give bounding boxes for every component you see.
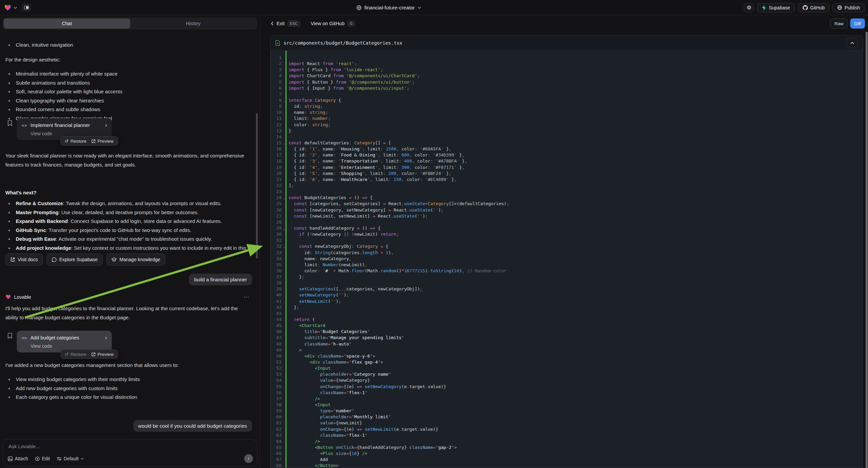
code-line: 46 title="Budget Categories" xyxy=(271,329,863,335)
line-number: 16 xyxy=(271,146,282,152)
line-number: 42 xyxy=(271,304,282,311)
line-number: 59 xyxy=(271,408,282,414)
code-line: 51 <div className="flex gap-4"> xyxy=(271,359,863,365)
code-line: 29⌄ const handleAddCategory = () => { xyxy=(271,225,863,231)
chat-composer[interactable]: Ask Lovable... Attach Edit xyxy=(3,439,257,467)
list-item: Expand with Backend: Connect Supabase to… xyxy=(5,217,250,226)
model-selector[interactable]: Default xyxy=(57,456,84,461)
sidebar-panel-icon xyxy=(24,6,29,9)
view-code-link[interactable]: View code xyxy=(31,344,107,349)
code-line: 63 className="flex-1" xyxy=(271,432,863,438)
target-icon xyxy=(35,456,40,461)
whats-next-heading: What's next? xyxy=(5,188,250,197)
bookmark-icon[interactable] xyxy=(7,333,12,339)
publish-button[interactable]: Publish xyxy=(832,3,865,12)
collapse-file-button[interactable] xyxy=(846,38,858,48)
bookmark-icon[interactable] xyxy=(7,120,12,126)
chevron-right-icon[interactable]: › xyxy=(105,334,107,341)
code-viewer-header: Exit ESC View on GitHub G Raw Diff xyxy=(260,15,868,32)
tab-chat[interactable]: Chat xyxy=(4,19,130,29)
line-number: 9 xyxy=(271,104,282,110)
raw-toggle-button[interactable]: Raw xyxy=(830,19,848,29)
chevron-right-icon[interactable]: › xyxy=(105,122,107,128)
manage-knowledge-button[interactable]: Manage knowledge xyxy=(106,254,165,266)
view-code-link[interactable]: View code xyxy=(31,131,107,136)
code-line: 24⌄const BudgetCategories = () => { xyxy=(271,195,863,201)
line-number: 14 xyxy=(271,134,282,140)
message-menu-button[interactable]: ⋯ xyxy=(244,294,250,300)
code-line: 49 > xyxy=(271,347,863,353)
design-bullet-list: Minimalist interface with plenty of whit… xyxy=(5,69,250,123)
preview-button[interactable]: Preview xyxy=(91,352,114,357)
line-number: 48 xyxy=(271,341,282,347)
code-line: 6import { Input } from '@/components/ui/… xyxy=(271,85,863,91)
line-number: 37 xyxy=(271,274,282,280)
settings-button[interactable]: ⚙ xyxy=(744,3,754,12)
code-line: 34 name: newCategory, xyxy=(271,256,863,262)
restore-button-disabled[interactable]: ↺Restore xyxy=(65,351,87,357)
code-line: 48 className="h-auto" xyxy=(271,341,863,347)
app-window: financial-future-creator ⚙ Supabase GitH… xyxy=(0,0,868,468)
restore-button[interactable]: ↺Restore xyxy=(65,138,87,144)
view-on-github-button[interactable]: View on GitHub xyxy=(311,21,344,26)
github-button[interactable]: GitHub xyxy=(798,3,830,12)
code-line: 38 xyxy=(271,280,863,286)
assistant-paragraph-1: Your sleek financial planner is now read… xyxy=(5,151,250,169)
code-line: 9 id: string; xyxy=(271,104,863,110)
line-number: 58 xyxy=(271,402,282,408)
diff-toggle-button[interactable]: Diff xyxy=(850,19,865,29)
explore-supabase-button[interactable]: Explore Supabase xyxy=(46,254,103,266)
image-attach-icon xyxy=(8,456,13,461)
code-line: 2import React from 'react'; xyxy=(271,61,863,67)
window-scrollbar[interactable] xyxy=(866,32,868,468)
line-number: 18 xyxy=(271,158,282,164)
code-line: 17 { id: '2', name: 'Food & Dining', lim… xyxy=(271,152,863,158)
code-line: 27 const [newLimit, setNewLimit] = React… xyxy=(271,213,863,219)
send-button[interactable]: ↑ xyxy=(244,454,253,463)
supabase-button[interactable]: Supabase xyxy=(757,3,795,12)
code-line: 14 xyxy=(271,134,863,140)
list-item: Each category gets a unique color for vi… xyxy=(5,393,250,402)
preview-button[interactable]: Preview xyxy=(91,139,114,144)
publish-globe-icon xyxy=(837,5,842,10)
line-number: 10 xyxy=(271,110,282,116)
visit-docs-button[interactable]: Visit docs xyxy=(5,254,43,266)
line-number: 40 xyxy=(271,292,282,298)
line-number: 55 xyxy=(271,384,282,390)
top-bar: financial-future-creator ⚙ Supabase GitH… xyxy=(0,0,868,15)
tab-history[interactable]: History xyxy=(130,19,257,29)
edit-mode-button[interactable]: Edit xyxy=(35,456,50,461)
list-item: Minimalist interface with plenty of whit… xyxy=(5,69,250,79)
line-number: 22 xyxy=(271,183,282,189)
code-editor[interactable]: 12import React from 'react';3import { Pl… xyxy=(271,51,863,468)
code-line: 15⌄const defaultCategories: Category[] =… xyxy=(271,140,863,146)
supabase-bolt-icon xyxy=(762,5,766,10)
line-number: 24⌄ xyxy=(271,195,282,201)
fold-chevron-icon[interactable]: ⌄ xyxy=(283,244,285,250)
attach-button[interactable]: Attach xyxy=(8,456,28,461)
fold-chevron-icon[interactable]: ⌄ xyxy=(283,140,285,146)
project-switcher[interactable]: financial-future-creator xyxy=(356,0,422,15)
logo-chevron-down-icon[interactable] xyxy=(13,6,18,10)
next-steps-list: Refine & Customize: Tweak the design, an… xyxy=(5,199,250,262)
assistant-name: Lovable xyxy=(14,294,31,300)
chevron-up-icon xyxy=(850,41,854,44)
external-link-icon xyxy=(91,352,96,356)
lovable-heart-logo-icon[interactable] xyxy=(4,4,11,11)
file-card-header[interactable]: src/components/budget/BudgetCategories.t… xyxy=(271,36,863,51)
list-item: Master Prompting: Use clear, detailed, a… xyxy=(5,208,250,217)
code-line: 22]; xyxy=(271,183,863,189)
code-line: 40 setNewCategory(''); xyxy=(271,292,863,298)
globe-icon xyxy=(356,5,362,10)
chat-input[interactable]: Ask Lovable... xyxy=(8,443,252,449)
code-line: 7 xyxy=(271,91,863,97)
chat-scrollbar[interactable] xyxy=(256,113,258,259)
toggle-sidebar-button[interactable] xyxy=(22,4,31,11)
code-line: 32⌄ const newCategoryObj: Category = { xyxy=(271,243,863,250)
fold-chevron-icon[interactable]: ⌄ xyxy=(283,226,285,232)
code-line: 61 value={newLimit} xyxy=(271,420,863,426)
exit-button[interactable]: Exit xyxy=(271,21,284,26)
fold-chevron-icon[interactable]: ⌄ xyxy=(283,98,285,104)
chat-bubble-icon xyxy=(52,257,57,262)
fold-chevron-icon[interactable]: ⌄ xyxy=(283,195,285,201)
